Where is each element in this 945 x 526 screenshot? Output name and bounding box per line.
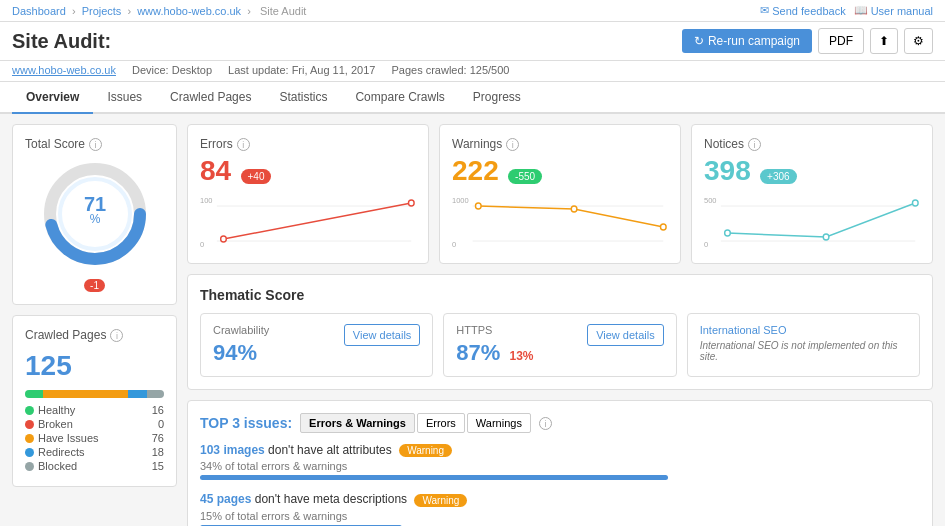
meta-bar: www.hobo-web.co.uk Device: Desktop Last … — [0, 61, 945, 82]
page-title: Site Audit: — [12, 30, 111, 53]
svg-text:1000: 1000 — [452, 196, 469, 205]
last-update-meta: Last update: Fri, Aug 11, 2017 — [228, 64, 375, 76]
tab-progress[interactable]: Progress — [459, 82, 535, 114]
https-right: View details — [587, 324, 664, 346]
issues-info-icon[interactable]: i — [539, 417, 552, 430]
donut-svg: 71 % — [40, 159, 150, 269]
https-extra: 13% — [510, 349, 534, 363]
total-score-card: Total Score i 71 % -1 — [12, 124, 177, 305]
thematic-https: HTTPS 87% 13% View details — [443, 313, 676, 377]
site-url-link[interactable]: www.hobo-web.co.uk — [12, 64, 116, 76]
legend-broken: Broken 0 — [25, 418, 164, 430]
notices-chart: 500 0 — [704, 191, 920, 251]
errors-chart-svg: 100 0 — [200, 191, 416, 251]
tab-statistics[interactable]: Statistics — [265, 82, 341, 114]
have-issues-dot — [25, 434, 34, 443]
breadcrumb: Dashboard › Projects › www.hobo-web.co.u… — [12, 5, 309, 17]
warnings-card: Warnings i 222 -550 1000 0 — [439, 124, 681, 264]
issue-1-count-link[interactable]: 103 images — [200, 443, 265, 457]
svg-text:%: % — [89, 212, 100, 226]
issue-1-sub: 34% of total errors & warnings — [200, 460, 920, 472]
https-title: HTTPS — [456, 324, 533, 336]
svg-text:100: 100 — [200, 196, 213, 205]
errors-value-row: 84 +40 — [200, 155, 416, 187]
legend-redirects: Redirects 18 — [25, 446, 164, 458]
feedback-icon: ✉ — [760, 4, 769, 17]
crawlability-view-details[interactable]: View details — [344, 324, 421, 346]
svg-point-17 — [660, 224, 666, 230]
https-view-details[interactable]: View details — [587, 324, 664, 346]
issue-2-badge: Warning — [414, 494, 467, 507]
svg-text:0: 0 — [200, 240, 204, 249]
warnings-badge: -550 — [508, 169, 542, 184]
crawlability-pct: 94% — [213, 340, 269, 366]
errors-chart: 100 0 — [200, 191, 416, 251]
issue-2-line: 45 pages don't have meta descriptions Wa… — [200, 492, 920, 506]
total-score-info-icon[interactable]: i — [89, 138, 102, 151]
notices-info-icon[interactable]: i — [748, 138, 761, 151]
svg-point-15 — [475, 203, 481, 209]
svg-point-9 — [221, 236, 227, 242]
issues-header: TOP 3 issues: Errors & Warnings Errors W… — [200, 413, 920, 433]
tab-crawled-pages[interactable]: Crawled Pages — [156, 82, 265, 114]
manual-link[interactable]: 📖 User manual — [854, 4, 933, 17]
crawled-pages-title: Crawled Pages i — [25, 328, 164, 342]
crawled-pages-card: Crawled Pages i 125 Healthy 16 Broken 0 — [12, 315, 177, 487]
left-panel: Total Score i 71 % -1 — [12, 124, 177, 526]
intl-seo-content: International SEO International SEO is n… — [700, 324, 907, 362]
stats-row: Errors i 84 +40 100 0 — [187, 124, 933, 264]
errors-badge: +40 — [241, 169, 272, 184]
svg-point-16 — [571, 206, 577, 212]
svg-point-23 — [823, 234, 829, 240]
rerun-button[interactable]: ↻ Re-run campaign — [682, 29, 812, 53]
warnings-chart: 1000 0 — [452, 191, 668, 251]
settings-button[interactable]: ⚙ — [904, 28, 933, 54]
top3-issues-card: TOP 3 issues: Errors & Warnings Errors W… — [187, 400, 933, 526]
issues-title: TOP 3 issues: — [200, 415, 292, 431]
warnings-title: Warnings i — [452, 137, 668, 151]
book-icon: 📖 — [854, 4, 868, 17]
issue-1-badge: Warning — [399, 444, 452, 457]
tab-compare-crawls[interactable]: Compare Crawls — [341, 82, 458, 114]
breadcrumb-dashboard[interactable]: Dashboard — [12, 5, 66, 17]
issue-2-count-link[interactable]: 45 pages — [200, 492, 251, 506]
healthy-dot — [25, 406, 34, 415]
pdf-button[interactable]: PDF — [818, 28, 864, 54]
thematic-title: Thematic Score — [200, 287, 920, 303]
top-actions: ✉ Send feedback 📖 User manual — [760, 4, 933, 17]
errors-card: Errors i 84 +40 100 0 — [187, 124, 429, 264]
total-score-title: Total Score i — [25, 137, 164, 151]
title-actions: ↻ Re-run campaign PDF ⬆ ⚙ — [682, 28, 933, 54]
warnings-info-icon[interactable]: i — [506, 138, 519, 151]
feedback-link[interactable]: ✉ Send feedback — [760, 4, 845, 17]
tab-overview[interactable]: Overview — [12, 82, 93, 114]
https-left: HTTPS 87% 13% — [456, 324, 533, 366]
issues-tab-errors[interactable]: Errors — [417, 413, 465, 433]
notices-value: 398 — [704, 155, 751, 186]
errors-info-icon[interactable]: i — [237, 138, 250, 151]
broken-dot — [25, 420, 34, 429]
svg-text:0: 0 — [704, 240, 708, 249]
issue-2-sub: 15% of total errors & warnings — [200, 510, 920, 522]
legend-have-issues: Have Issues 76 — [25, 432, 164, 444]
share-button[interactable]: ⬆ — [870, 28, 898, 54]
thematic-intl-seo: International SEO International SEO is n… — [687, 313, 920, 377]
thematic-items: Crawlability 94% View details HTTPS 87% … — [200, 313, 920, 377]
legend-blocked: Blocked 15 — [25, 460, 164, 472]
issues-tab-errors-warnings[interactable]: Errors & Warnings — [300, 413, 415, 433]
notices-title: Notices i — [704, 137, 920, 151]
issues-tab-warnings[interactable]: Warnings — [467, 413, 531, 433]
issue-item-1: 103 images don't have alt attributes War… — [200, 443, 920, 480]
warnings-chart-svg: 1000 0 — [452, 191, 668, 251]
breadcrumb-current: Site Audit — [260, 5, 306, 17]
crawled-info-icon[interactable]: i — [110, 329, 123, 342]
main-content: Total Score i 71 % -1 — [0, 114, 945, 526]
breadcrumb-projects[interactable]: Projects — [82, 5, 122, 17]
issue-1-line: 103 images don't have alt attributes War… — [200, 443, 920, 457]
tab-issues[interactable]: Issues — [93, 82, 156, 114]
notices-card: Notices i 398 +306 500 0 — [691, 124, 933, 264]
breadcrumb-site[interactable]: www.hobo-web.co.uk — [137, 5, 241, 17]
legend: Healthy 16 Broken 0 Have Issues 76 Redir… — [25, 404, 164, 472]
svg-point-22 — [725, 230, 731, 236]
redirects-dot — [25, 448, 34, 457]
